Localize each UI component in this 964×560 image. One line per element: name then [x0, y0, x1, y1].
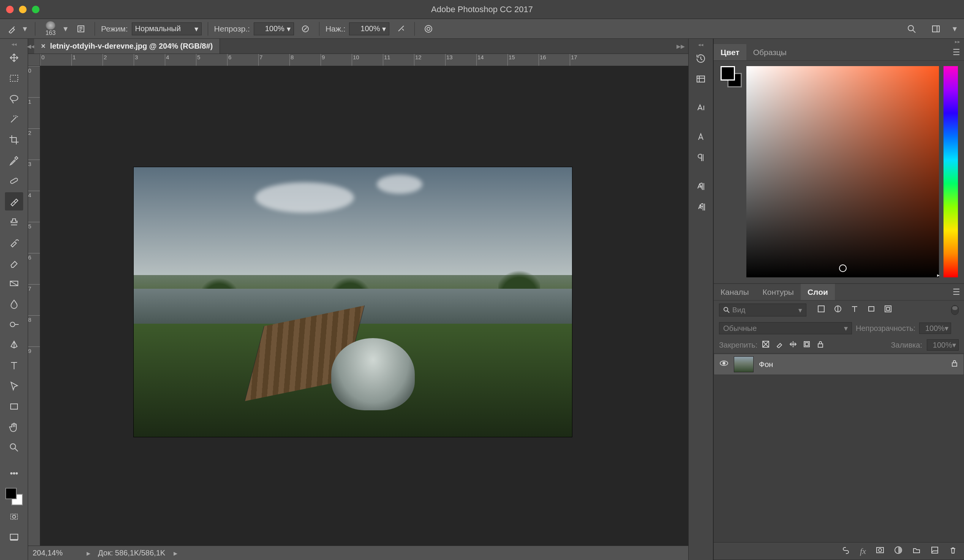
marquee-tool[interactable]	[5, 69, 23, 87]
paragraph-panel-button[interactable]	[692, 148, 710, 166]
window-close-button[interactable]	[6, 6, 14, 13]
panel-menu-button[interactable]: ☰	[949, 47, 964, 57]
filter-smart-icon[interactable]	[884, 305, 892, 315]
properties-panel-button[interactable]	[692, 70, 710, 88]
dodge-tool[interactable]	[5, 315, 23, 334]
search-button[interactable]	[904, 21, 919, 36]
edit-toolbar-button[interactable]	[5, 464, 23, 482]
close-icon[interactable]: ×	[41, 42, 46, 50]
lasso-tool[interactable]	[5, 90, 23, 108]
pressure-opacity-toggle[interactable]	[298, 21, 313, 36]
tab-channels[interactable]: Каналы	[714, 284, 756, 300]
path-selection-tool[interactable]	[5, 377, 23, 395]
eyedropper-tool[interactable]	[5, 151, 23, 169]
color-field-arrow-icon[interactable]: ▸	[937, 272, 940, 278]
tabstrip-collapse-handle[interactable]: ◂◂	[28, 39, 34, 54]
doc-size-label[interactable]: Док: 586,1K/586,1K	[98, 549, 165, 557]
fg-swatch-mini[interactable]	[721, 66, 735, 81]
zoom-level[interactable]: 204,14%	[33, 549, 78, 557]
window-minimize-button[interactable]	[19, 6, 27, 13]
chevron-down-icon[interactable]: ▾	[953, 24, 959, 34]
lock-icon[interactable]	[951, 360, 958, 369]
layer-filter-toggle[interactable]	[951, 305, 959, 315]
layer-style-button[interactable]: fx	[860, 546, 866, 556]
blur-tool[interactable]	[5, 295, 23, 313]
paragraph-styles-panel-button[interactable]	[692, 197, 710, 216]
tab-paths[interactable]: Контуры	[756, 284, 801, 300]
gradient-tool[interactable]	[5, 274, 23, 293]
chevron-down-icon[interactable]: ▾	[64, 24, 70, 34]
tab-layers[interactable]: Слои	[801, 284, 835, 300]
canvas[interactable]	[40, 66, 688, 545]
visibility-toggle[interactable]	[720, 359, 728, 370]
layer-thumbnail[interactable]	[734, 357, 754, 372]
brush-preset-picker[interactable]: 163	[41, 21, 60, 36]
shape-tool[interactable]	[5, 397, 23, 416]
panel-menu-button[interactable]: ☰	[949, 287, 964, 297]
color-field[interactable]: ▸	[746, 66, 939, 277]
lock-artboard-icon[interactable]	[803, 340, 811, 350]
lock-all-icon[interactable]	[817, 340, 824, 350]
brushes-panel-button[interactable]	[692, 99, 710, 117]
blend-mode-dropdown[interactable]: Нормальный ▾	[132, 23, 202, 35]
brush-panel-toggle[interactable]	[73, 21, 88, 36]
flow-dropdown[interactable]: 100% ▾	[349, 23, 389, 35]
delete-layer-button[interactable]	[949, 546, 957, 557]
tool-preset-picker[interactable]	[5, 22, 19, 36]
chevron-right-icon[interactable]: ▸	[86, 549, 90, 558]
type-tool[interactable]	[5, 357, 23, 374]
quick-mask-toggle[interactable]	[5, 508, 23, 526]
airbrush-toggle[interactable]	[393, 21, 408, 36]
filter-type-icon[interactable]	[850, 305, 859, 315]
crop-tool[interactable]	[5, 131, 23, 149]
lock-position-icon[interactable]	[789, 340, 797, 350]
vertical-ruler[interactable]: 0123456789	[28, 66, 40, 545]
chevron-right-icon[interactable]: ▸	[174, 549, 177, 558]
pen-tool[interactable]	[5, 336, 23, 354]
workspace-switcher[interactable]	[928, 21, 943, 36]
character-styles-panel-button[interactable]	[692, 177, 710, 195]
hue-slider[interactable]	[943, 66, 958, 277]
color-picker-ring[interactable]	[839, 264, 847, 272]
tab-swatches[interactable]: Образцы	[746, 44, 793, 60]
brush-tool[interactable]	[5, 192, 23, 210]
filter-adjustment-icon[interactable]	[834, 305, 842, 315]
healing-brush-tool[interactable]	[5, 172, 23, 190]
layer-list[interactable]: Фон	[714, 353, 964, 542]
layer-name[interactable]: Фон	[759, 360, 773, 369]
right-collapse-handle[interactable]: ▸▸	[714, 39, 964, 44]
toolbar-collapse-handle[interactable]: ◂◂	[0, 41, 28, 46]
pressure-size-toggle[interactable]	[421, 21, 436, 36]
new-layer-button[interactable]	[931, 546, 939, 557]
lock-pixels-icon[interactable]	[776, 340, 783, 350]
opacity-dropdown[interactable]: 100% ▾	[254, 23, 294, 35]
layer-filter-dropdown[interactable]: Вид ▾	[719, 304, 806, 316]
history-panel-button[interactable]	[692, 49, 710, 68]
foreground-color-swatch[interactable]	[5, 488, 17, 499]
clone-stamp-tool[interactable]	[5, 213, 23, 231]
hand-tool[interactable]	[5, 418, 23, 436]
filter-shape-icon[interactable]	[867, 305, 876, 315]
horizontal-ruler[interactable]: 01234567891011121314151617	[40, 54, 688, 66]
group-button[interactable]	[912, 546, 921, 557]
chevron-down-icon[interactable]: ▾	[23, 24, 29, 34]
move-tool[interactable]	[5, 49, 23, 67]
lock-transparency-icon[interactable]	[762, 340, 770, 350]
eraser-tool[interactable]	[5, 254, 23, 272]
filter-pixel-icon[interactable]	[817, 305, 826, 315]
layer-item[interactable]: Фон	[714, 354, 964, 375]
layer-fill-input[interactable]: 100% ▾	[927, 339, 959, 351]
magic-wand-tool[interactable]	[5, 110, 23, 129]
zoom-tool[interactable]	[5, 438, 23, 457]
window-maximize-button[interactable]	[32, 6, 39, 13]
dock-collapse-handle[interactable]: ◂◂	[689, 42, 713, 47]
blend-mode-dropdown[interactable]: Обычные ▾	[719, 322, 852, 334]
ruler-origin[interactable]	[28, 54, 40, 66]
layer-opacity-input[interactable]: 100% ▾	[919, 322, 951, 334]
tab-color[interactable]: Цвет	[714, 44, 746, 60]
fgbg-swatches-mini[interactable]	[721, 66, 742, 87]
layer-mask-button[interactable]	[876, 546, 884, 557]
history-brush-tool[interactable]	[5, 233, 23, 252]
document-tab[interactable]: × letniy-otdyih-v-derevne.jpg @ 204% (RG…	[34, 39, 220, 54]
link-layers-button[interactable]	[842, 546, 850, 557]
